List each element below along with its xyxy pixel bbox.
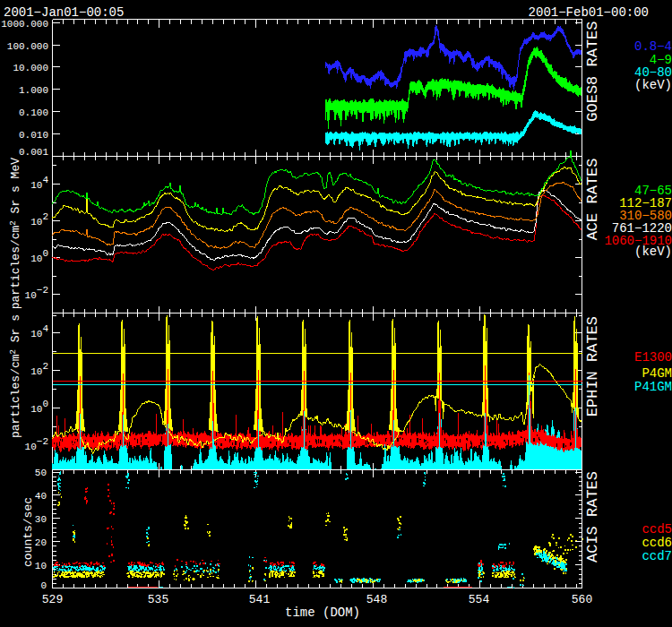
svg-text:E1300: E1300 bbox=[634, 350, 672, 365]
svg-text:EPHIN RATES: EPHIN RATES bbox=[584, 316, 601, 417]
svg-text:(keV): (keV) bbox=[634, 245, 672, 259]
svg-text:time (DOM): time (DOM) bbox=[285, 606, 360, 620]
svg-text:ccd6: ccd6 bbox=[642, 536, 672, 550]
svg-text:1.000: 1.000 bbox=[19, 85, 48, 96]
svg-text:535: 535 bbox=[148, 593, 168, 606]
svg-text:ccd5: ccd5 bbox=[642, 522, 672, 537]
svg-text:40: 40 bbox=[35, 491, 47, 502]
svg-text:50: 50 bbox=[35, 468, 47, 478]
svg-text:ACIS RATES: ACIS RATES bbox=[584, 471, 601, 563]
svg-text:particles/cm2 Sr s: particles/cm2 Sr s bbox=[9, 314, 22, 438]
svg-text:particles/cm2 Sr s MeV: particles/cm2 Sr s MeV bbox=[9, 158, 22, 309]
svg-text:GOES8 RATES: GOES8 RATES bbox=[584, 21, 601, 122]
svg-text:0.001: 0.001 bbox=[19, 147, 48, 158]
svg-text:counts/sec: counts/sec bbox=[22, 497, 35, 567]
svg-text:548: 548 bbox=[366, 593, 387, 606]
svg-text:20: 20 bbox=[35, 537, 47, 548]
svg-text:529: 529 bbox=[42, 593, 63, 606]
svg-text:P41GM: P41GM bbox=[634, 380, 672, 394]
svg-text:10: 10 bbox=[35, 561, 47, 571]
svg-text:100.000: 100.000 bbox=[7, 41, 48, 52]
svg-text:0.100: 0.100 bbox=[19, 107, 48, 118]
svg-text:(keV): (keV) bbox=[634, 78, 672, 92]
svg-text:541: 541 bbox=[249, 593, 271, 606]
svg-text:30: 30 bbox=[35, 514, 47, 525]
svg-text:P4GM: P4GM bbox=[642, 366, 672, 381]
svg-text:ACE RATES: ACE RATES bbox=[584, 159, 601, 241]
svg-text:1000.000: 1000.000 bbox=[1, 19, 48, 30]
svg-text:0: 0 bbox=[40, 580, 47, 591]
svg-text:0.010: 0.010 bbox=[19, 130, 48, 141]
svg-text:560: 560 bbox=[572, 593, 592, 606]
svg-text:ccd7: ccd7 bbox=[642, 549, 672, 563]
svg-text:2001−Feb01−00:00: 2001−Feb01−00:00 bbox=[529, 5, 649, 20]
svg-text:10.000: 10.000 bbox=[13, 63, 48, 73]
svg-text:554: 554 bbox=[469, 593, 490, 606]
